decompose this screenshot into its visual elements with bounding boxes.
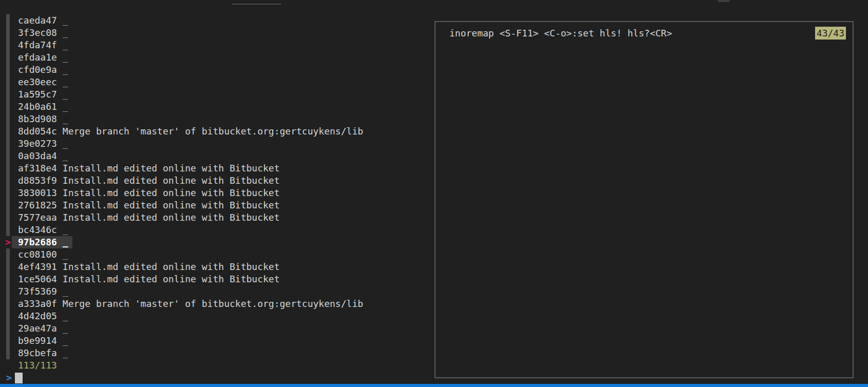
row-text: 8dd054cMerge branch 'master' of bitbucke… <box>12 125 363 138</box>
row-pointer-gutter <box>0 175 12 187</box>
commit-list: caeda47_ 3f3ec08_ 4fda74f_ efdaa1e_ cfd0… <box>0 14 434 384</box>
commit-row[interactable]: 39e0273_ <box>0 138 434 150</box>
row-text: 39e0273_ <box>12 138 68 150</box>
commit-row[interactable]: b9e9914_ <box>0 335 434 347</box>
row-pointer-gutter <box>0 138 12 150</box>
row-text: 8b3d908_ <box>12 113 68 125</box>
commit-message: _ <box>63 286 68 297</box>
row-pointer-gutter <box>0 51 12 64</box>
commit-hash: 1ce5064 <box>18 274 57 284</box>
row-text: 89cbefa_ <box>12 347 68 359</box>
row-pointer-gutter: > <box>0 236 12 248</box>
status-bar <box>0 384 868 387</box>
commit-row[interactable]: 2761825Install.md edited online with Bit… <box>0 199 434 211</box>
row-text: 4ef4391Install.md edited online with Bit… <box>12 261 280 273</box>
row-pointer-gutter <box>0 162 12 175</box>
commit-row[interactable]: cfd0e9a_ <box>0 64 434 76</box>
commit-message: _ <box>63 311 68 321</box>
commit-message: Install.md edited online with Bitbucket <box>63 187 280 198</box>
commit-row[interactable]: 24b0a61_ <box>0 101 434 113</box>
commit-message: _ <box>63 138 68 149</box>
commit-row[interactable]: 3f3ec08_ <box>0 27 434 39</box>
commit-message: Install.md edited online with Bitbucket <box>63 261 280 272</box>
row-text: 3f3ec08_ <box>12 27 68 39</box>
search-prompt[interactable]: > <box>0 372 434 384</box>
commit-message: _ <box>63 237 68 247</box>
commit-row[interactable]: 4d42d05_ <box>0 310 434 322</box>
row-pointer-gutter <box>0 150 12 162</box>
row-pointer-gutter <box>0 113 12 125</box>
row-text: 0a03da4_ <box>12 150 68 162</box>
commit-message: _ <box>63 15 68 26</box>
preview-match-counter: 43/43 <box>815 27 846 40</box>
row-pointer-gutter <box>0 101 12 113</box>
commit-hash: d8853f9 <box>18 175 57 186</box>
commit-row[interactable]: 3830013Install.md edited online with Bit… <box>0 187 434 199</box>
commit-row[interactable]: cc08100_ <box>0 248 434 261</box>
commit-hash: 3f3ec08 <box>18 27 57 38</box>
commit-message: _ <box>63 347 68 358</box>
commit-hash: 24b0a61 <box>18 101 57 112</box>
commit-message: Install.md edited online with Bitbucket <box>63 212 280 223</box>
commit-message: _ <box>63 150 68 161</box>
commit-row[interactable]: 1ce5064Install.md edited online with Bit… <box>0 273 434 285</box>
commit-row[interactable]: 1a595c7_ <box>0 88 434 101</box>
row-pointer-gutter <box>0 39 12 51</box>
commit-row[interactable]: ee30eec_ <box>0 76 434 88</box>
preview-line: inoremap <S-F11> <C-o>:set hls! hls?<CR>… <box>436 22 853 40</box>
commit-row[interactable]: 4fda74f_ <box>0 39 434 51</box>
cursor-block <box>15 373 23 383</box>
commit-row[interactable]: 0a03da4_ <box>0 150 434 162</box>
commit-hash: caeda47 <box>18 15 57 26</box>
commit-row[interactable]: 89cbefa_ <box>0 347 434 359</box>
commit-message: Install.md edited online with Bitbucket <box>63 163 280 173</box>
commit-hash: cc08100 <box>18 249 57 260</box>
commit-row[interactable]: a333a0fMerge branch 'master' of bitbucke… <box>0 298 434 310</box>
preview-content: inoremap <S-F11> <C-o>:set hls! hls?<CR> <box>449 27 672 40</box>
commit-row[interactable]: 29ae47a_ <box>0 322 434 335</box>
commit-row[interactable]: af318e4Install.md edited online with Bit… <box>0 162 434 175</box>
commit-hash: 3830013 <box>18 187 57 198</box>
commit-hash: 0a03da4 <box>18 150 57 161</box>
commit-hash: b9e9914 <box>18 335 57 346</box>
commit-row[interactable]: bc4346c_ <box>0 224 434 236</box>
commit-row[interactable]: d8853f9Install.md edited online with Bit… <box>0 175 434 187</box>
commit-message: _ <box>63 335 68 346</box>
commit-row[interactable]: 8b3d908_ <box>0 113 434 125</box>
commit-message: Merge branch 'master' of bitbucket.org:g… <box>63 298 363 309</box>
commit-message: _ <box>63 224 68 235</box>
row-pointer-gutter <box>0 76 12 88</box>
row-pointer-gutter <box>0 14 12 27</box>
commit-message: Install.md edited online with Bitbucket <box>63 200 280 210</box>
commit-row[interactable]: 73f5369_ <box>0 285 434 298</box>
fzf-terminal: caeda47_ 3f3ec08_ 4fda74f_ efdaa1e_ cfd0… <box>0 0 868 387</box>
row-text: 4fda74f_ <box>12 39 68 51</box>
commit-row[interactable]: caeda47_ <box>0 14 434 27</box>
commit-message: Install.md edited online with Bitbucket <box>63 274 280 284</box>
row-text: ee30eec_ <box>12 76 68 88</box>
row-pointer-gutter <box>0 285 12 298</box>
commit-row[interactable]: efdaa1e_ <box>0 51 434 64</box>
row-text: 3830013Install.md edited online with Bit… <box>12 187 280 199</box>
commit-row[interactable]: 8dd054cMerge branch 'master' of bitbucke… <box>0 125 434 138</box>
commit-hash: 89cbefa <box>18 347 57 358</box>
row-pointer-gutter <box>0 335 12 347</box>
commit-row[interactable]: > 97b2686_ <box>0 236 434 248</box>
commit-hash: 73f5369 <box>18 286 57 297</box>
commit-hash: cfd0e9a <box>18 64 57 75</box>
row-pointer-gutter <box>0 322 12 335</box>
commit-message: _ <box>63 76 68 87</box>
commit-hash: af318e4 <box>18 163 57 173</box>
commit-row[interactable]: 7577eaaInstall.md edited online with Bit… <box>0 211 434 224</box>
row-text: 1ce5064Install.md edited online with Bit… <box>12 273 280 285</box>
commit-hash: 4fda74f <box>18 40 57 50</box>
commit-hash: 4ef4391 <box>18 261 57 272</box>
row-pointer-gutter <box>0 88 12 101</box>
row-text: a333a0fMerge branch 'master' of bitbucke… <box>12 298 363 310</box>
commit-row[interactable]: 4ef4391Install.md edited online with Bit… <box>0 261 434 273</box>
commit-message: _ <box>63 89 68 100</box>
row-text: efdaa1e_ <box>12 51 68 64</box>
commit-hash: 97b2686 <box>18 237 57 247</box>
commit-hash: 8dd054c <box>18 126 57 137</box>
commit-message: _ <box>63 113 68 124</box>
